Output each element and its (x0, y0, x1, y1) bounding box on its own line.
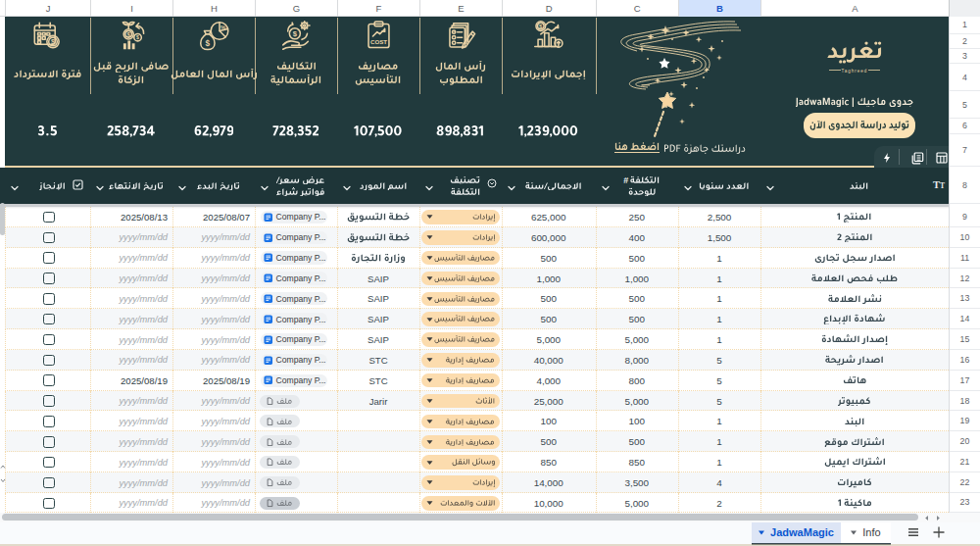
svg-text:%: % (220, 25, 226, 30)
svg-text:$: $ (136, 34, 139, 40)
svg-text:COST: COST (370, 38, 387, 45)
svg-text:$: $ (126, 30, 130, 38)
svg-text:Taghreed: Taghreed (842, 69, 868, 74)
svg-text:$: $ (206, 38, 211, 47)
svg-text:$: $ (293, 29, 298, 38)
svg-text:$: $ (51, 38, 55, 46)
svg-text:$: $ (539, 24, 543, 29)
